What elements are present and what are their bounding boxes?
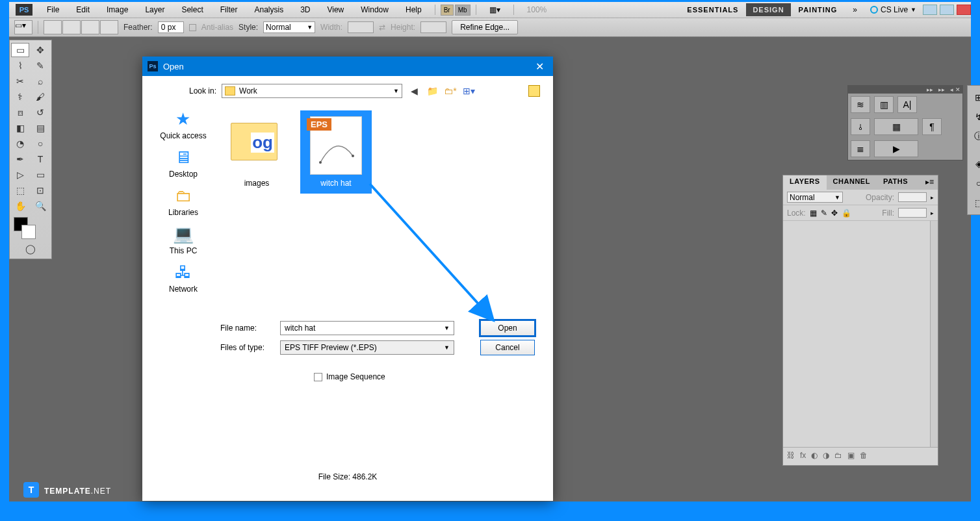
quick-select-tool[interactable]: ✎ (31, 58, 49, 73)
new-folder-icon[interactable]: 🗀* (444, 84, 457, 97)
lock-all-icon[interactable]: 🔒 (842, 209, 851, 218)
menu-file[interactable]: File (39, 3, 67, 16)
menu-3d[interactable]: 3D (292, 3, 318, 16)
antialias-checkbox[interactable] (189, 24, 196, 31)
layer-fx-icon[interactable]: fx (800, 451, 806, 460)
file-list-area[interactable]: og images EPS witch hat (219, 108, 540, 316)
menu-image[interactable]: Image (99, 3, 136, 16)
style-select[interactable]: Normal▼ (263, 21, 315, 33)
marquee-tool[interactable]: ▭ (11, 43, 29, 57)
quick-mask-tool[interactable]: ◯ (21, 242, 40, 256)
place-quick-access[interactable]: ★Quick access (160, 108, 206, 140)
menu-layer[interactable]: Layer (137, 3, 172, 16)
adjustment-layer-icon[interactable]: ◑ (823, 451, 829, 460)
filename-combo[interactable]: witch hat▼ (280, 321, 454, 335)
dodge-tool[interactable]: ○ (31, 136, 49, 151)
workspace-more[interactable]: » (845, 3, 865, 16)
panel-icon[interactable]: A| (897, 96, 917, 113)
place-this-pc[interactable]: 💻This PC (170, 223, 198, 255)
cs-live[interactable]: CS Live ▼ (866, 5, 920, 14)
panel-icon[interactable]: ≣ (851, 140, 870, 157)
panel-icon[interactable]: ≋ (851, 96, 870, 113)
gradient-tool[interactable]: ▤ (31, 121, 49, 135)
cancel-button[interactable]: Cancel (480, 340, 535, 355)
view-extras-button[interactable]: ▦▾ (482, 3, 508, 16)
eraser-tool[interactable]: ◧ (11, 121, 29, 135)
panel-icon[interactable]: ↯ (970, 109, 980, 125)
delete-layer-icon[interactable]: 🗑 (860, 451, 868, 460)
lock-position-icon[interactable]: ✥ (831, 209, 838, 218)
lock-image-icon[interactable]: ✎ (821, 209, 827, 218)
lookin-combo[interactable]: Work ▼ (222, 84, 402, 98)
image-sequence-checkbox[interactable] (314, 373, 322, 381)
place-desktop[interactable]: 🖥Desktop (169, 147, 198, 179)
panel-icon[interactable]: ▦ (874, 118, 918, 135)
3d-camera-tool[interactable]: ⊡ (31, 183, 49, 197)
background-swatch[interactable] (21, 225, 36, 239)
filetype-combo[interactable]: EPS TIFF Preview (*.EPS)▼ (280, 340, 454, 355)
dialog-close-icon[interactable]: ✕ (532, 60, 548, 73)
layer-mask-icon[interactable]: ◐ (811, 451, 818, 460)
refine-edge-button[interactable]: Refine Edge... (452, 20, 518, 34)
crop-tool[interactable]: ✂ (11, 74, 29, 88)
workspace-essentials[interactable]: ESSENTIALS (680, 3, 745, 16)
hand-tool[interactable]: ✋ (11, 199, 29, 213)
panel-icon[interactable]: ⫰ (851, 118, 870, 135)
lock-transparent-icon[interactable]: ▦ (810, 209, 817, 218)
bridge-button[interactable]: Br (441, 5, 454, 16)
link-layers-icon[interactable]: ⛓ (787, 451, 795, 460)
panel-icon[interactable]: ⊞ (970, 90, 980, 105)
menu-edit[interactable]: Edit (68, 3, 97, 16)
lasso-tool[interactable]: ⌇ (11, 58, 29, 73)
zoom-level[interactable]: 100% (519, 3, 555, 16)
up-icon[interactable]: 📁 (426, 84, 439, 97)
panel-icon[interactable]: ○ (970, 175, 980, 191)
group-icon[interactable]: 🗀 (834, 451, 842, 460)
selection-intersect-icon[interactable] (100, 20, 118, 34)
healing-tool[interactable]: ⚕ (11, 90, 29, 104)
pen-tool[interactable]: ✒ (11, 152, 29, 166)
panel-icon[interactable]: ◈ (970, 156, 980, 172)
eyedropper-tool[interactable]: ⌕ (31, 74, 49, 88)
menu-window[interactable]: Window (353, 3, 396, 16)
type-tool[interactable]: T (31, 152, 49, 166)
selection-new-icon[interactable] (44, 20, 62, 34)
scrollbar[interactable] (930, 221, 938, 447)
file-item-folder[interactable]: og images (223, 112, 290, 192)
menu-select[interactable]: Select (174, 3, 211, 16)
shape-tool[interactable]: ▭ (31, 168, 49, 182)
workspace-design[interactable]: DESIGN (746, 3, 790, 16)
tab-channels[interactable]: CHANNEL (827, 175, 877, 190)
menu-filter[interactable]: Filter (213, 3, 246, 16)
close-button[interactable] (957, 5, 971, 15)
panel-menu-icon[interactable]: ▸≡ (922, 175, 938, 190)
panel-icon[interactable]: ¶ (922, 118, 942, 135)
menu-view[interactable]: View (319, 3, 352, 16)
history-brush-tool[interactable]: ↺ (31, 105, 49, 120)
color-swatches[interactable] (11, 217, 50, 240)
back-icon[interactable]: ◀ (407, 84, 420, 97)
tab-layers[interactable]: LAYERS (783, 175, 827, 190)
workspace-painting[interactable]: PAINTING (792, 3, 844, 16)
3d-tool[interactable]: ⬚ (11, 183, 29, 197)
pin-icon[interactable] (528, 85, 540, 97)
minimize-button[interactable] (923, 5, 937, 15)
blur-tool[interactable]: ◔ (11, 136, 29, 151)
new-layer-icon[interactable]: ▣ (847, 451, 855, 460)
selection-add-icon[interactable] (62, 20, 81, 34)
path-select-tool[interactable]: ▷ (11, 168, 29, 182)
tool-preset-icon[interactable]: ▭▾ (14, 20, 32, 34)
place-libraries[interactable]: 🗀Libraries (168, 185, 198, 217)
feather-input[interactable] (158, 21, 184, 33)
move-tool[interactable]: ✥ (31, 43, 49, 57)
minibridge-button[interactable]: Mb (455, 5, 471, 16)
blend-mode-select[interactable]: Normal▼ (787, 192, 843, 203)
file-item-eps-selected[interactable]: EPS witch hat (302, 112, 370, 192)
selection-subtract-icon[interactable] (81, 20, 99, 34)
panel-icon[interactable]: ▥ (874, 96, 894, 113)
stamp-tool[interactable]: ⧈ (11, 105, 29, 120)
menu-help[interactable]: Help (398, 3, 430, 16)
view-menu-icon[interactable]: ⊞▾ (462, 84, 475, 97)
panel-icon[interactable]: ⓘ (970, 129, 980, 144)
opacity-input[interactable] (898, 192, 927, 202)
